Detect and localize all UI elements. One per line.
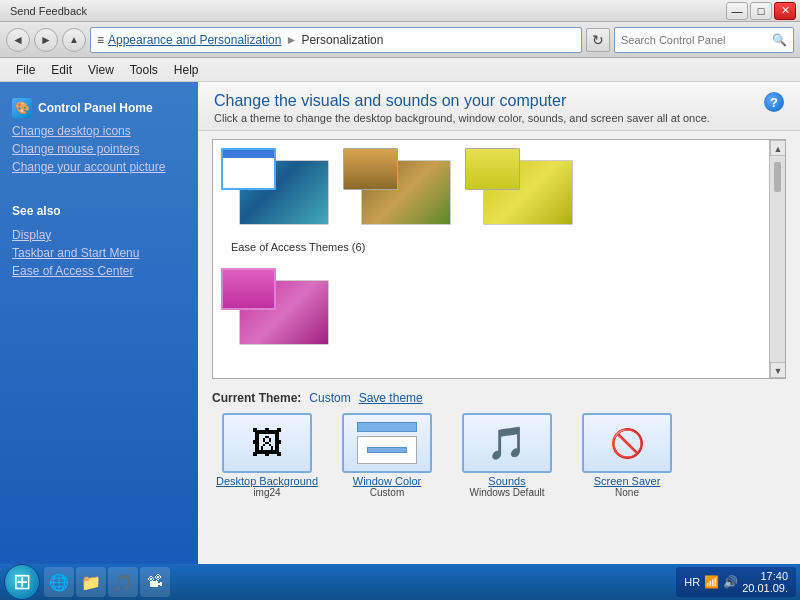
themes-scrollbar[interactable]: ▲ ▼: [769, 140, 785, 378]
scroll-down-arrow[interactable]: ▼: [770, 362, 786, 378]
ease-of-access-label: Ease of Access Themes (6): [221, 240, 767, 256]
taskbar-volume-icon: 🔊: [723, 575, 738, 589]
taskbar-items: 🌐 📁 🎵 📽: [44, 567, 676, 597]
sounds-icon: 🎵: [487, 424, 527, 462]
screen-saver-item[interactable]: 🚫 Screen Saver None: [572, 413, 682, 498]
menu-edit[interactable]: Edit: [43, 61, 80, 79]
theme-preview-landscape: [343, 148, 453, 228]
screen-saver-label: Screen Saver: [594, 475, 661, 487]
theme-bg-4a: [221, 268, 276, 310]
taskbar-time: 17:40: [742, 570, 788, 582]
content-header: ? Change the visuals and sounds on your …: [198, 82, 800, 131]
taskbar-network-icon: 📶: [704, 575, 719, 589]
control-panel-icon: 🎨: [12, 98, 32, 118]
up-button[interactable]: ▲: [62, 28, 86, 52]
sidebar-link-account-picture[interactable]: Change your account picture: [0, 158, 198, 176]
taskbar: ⊞ 🌐 📁 🎵 📽 HR 📶 🔊 17:40 20.01.09.: [0, 564, 800, 600]
minimize-button[interactable]: —: [726, 2, 748, 20]
see-also-label: See also: [0, 196, 198, 226]
sidebar-home[interactable]: 🎨 Control Panel Home: [0, 92, 198, 122]
sidebar-sub-ease[interactable]: Ease of Access Center: [0, 262, 198, 280]
title-bar-feedback: Send Feedback: [4, 5, 724, 17]
forward-button[interactable]: ►: [34, 28, 58, 52]
address-bar: ◄ ► ▲ ≡ Appearance and Personalization ►…: [0, 22, 800, 58]
theme-item-yellow[interactable]: [465, 148, 575, 228]
current-theme-name: Custom: [309, 391, 350, 405]
taskbar-clock[interactable]: 17:40 20.01.09.: [742, 570, 788, 594]
save-theme-link[interactable]: Save theme: [359, 391, 423, 405]
window-color-icon-box: [342, 413, 432, 473]
search-icon: 🔍: [772, 33, 787, 47]
theme-bg-1a: [221, 148, 276, 190]
close-button[interactable]: ✕: [774, 2, 796, 20]
page-subtitle: Click a theme to change the desktop back…: [214, 112, 784, 124]
start-button[interactable]: ⊞: [4, 564, 40, 600]
theme-bg-3a: [465, 148, 520, 190]
screen-saver-icon: 🚫: [610, 427, 645, 460]
sidebar-link-desktop-icons[interactable]: Change desktop icons: [0, 122, 198, 140]
window-color-sub: Custom: [370, 487, 404, 498]
scroll-thumb-area: [770, 156, 785, 362]
sidebar-home-label: Control Panel Home: [38, 101, 153, 115]
desktop-background-icon-box: 🖼: [222, 413, 312, 473]
theme-preview-windows: [221, 148, 331, 228]
sounds-icon-box: 🎵: [462, 413, 552, 473]
sounds-sub: Windows Default: [469, 487, 544, 498]
menu-tools[interactable]: Tools: [122, 61, 166, 79]
back-button[interactable]: ◄: [6, 28, 30, 52]
sounds-label: Sounds: [488, 475, 525, 487]
page-title: Change the visuals and sounds on your co…: [214, 92, 784, 110]
themes-scroll-area: Ease of Access Themes (6) ▲ ▼: [212, 139, 786, 379]
title-bar: Send Feedback — □ ✕: [0, 0, 800, 22]
theme-item-landscape[interactable]: [343, 148, 453, 228]
taskbar-icon-folder[interactable]: 📁: [76, 567, 106, 597]
theme-item-floral[interactable]: [221, 268, 331, 348]
breadcrumb-path1[interactable]: Appearance and Personalization: [108, 33, 281, 47]
help-icon[interactable]: ?: [764, 92, 784, 112]
window-color-item[interactable]: Window Color Custom: [332, 413, 442, 498]
taskbar-icon-movie[interactable]: 📽: [140, 567, 170, 597]
desktop-background-sub: img24: [253, 487, 280, 498]
current-theme-bar: Current Theme: Custom Save theme: [198, 387, 800, 409]
theme-bg-2a: [343, 148, 398, 190]
menu-bar: File Edit View Tools Help: [0, 58, 800, 82]
menu-help[interactable]: Help: [166, 61, 207, 79]
breadcrumb-path2: Personalization: [301, 33, 383, 47]
menu-view[interactable]: View: [80, 61, 122, 79]
sidebar-link-mouse-pointers[interactable]: Change mouse pointers: [0, 140, 198, 158]
theme-item-windows[interactable]: [221, 148, 331, 228]
taskbar-icon-media[interactable]: 🎵: [108, 567, 138, 597]
taskbar-lang: HR: [684, 576, 700, 588]
main-area: 🎨 Control Panel Home Change desktop icon…: [0, 82, 800, 564]
window-color-bar: [357, 422, 417, 432]
breadcrumb: ≡ Appearance and Personalization ► Perso…: [90, 27, 582, 53]
taskbar-date: 20.01.09.: [742, 582, 788, 594]
theme-preview-yellow: [465, 148, 575, 228]
taskbar-icon-ie[interactable]: 🌐: [44, 567, 74, 597]
screen-saver-icon-box: 🚫: [582, 413, 672, 473]
breadcrumb-arrow1: ►: [285, 33, 297, 47]
sidebar-sub-taskbar[interactable]: Taskbar and Start Menu: [0, 244, 198, 262]
bottom-icons: 🖼 Desktop Background img24 Window Color …: [198, 409, 800, 502]
desktop-background-item[interactable]: 🖼 Desktop Background img24: [212, 413, 322, 498]
content-panel: ? Change the visuals and sounds on your …: [198, 82, 800, 564]
menu-file[interactable]: File: [8, 61, 43, 79]
sounds-item[interactable]: 🎵 Sounds Windows Default: [452, 413, 562, 498]
sidebar: 🎨 Control Panel Home Change desktop icon…: [0, 82, 198, 564]
current-theme-label: Current Theme:: [212, 391, 301, 405]
sidebar-sub-display[interactable]: Display: [0, 226, 198, 244]
screen-saver-sub: None: [615, 487, 639, 498]
maximize-button[interactable]: □: [750, 2, 772, 20]
taskbar-right: HR 📶 🔊 17:40 20.01.09.: [676, 567, 796, 597]
refresh-button[interactable]: ↻: [586, 28, 610, 52]
search-input[interactable]: [621, 34, 772, 46]
search-box: 🔍: [614, 27, 794, 53]
desktop-background-label: Desktop Background: [216, 475, 318, 487]
scroll-up-arrow[interactable]: ▲: [770, 140, 786, 156]
themes-grid: Ease of Access Themes (6): [213, 140, 785, 356]
breadcrumb-icon: ≡: [97, 33, 104, 47]
scroll-thumb[interactable]: [774, 162, 781, 192]
theme-preview-floral: [221, 268, 331, 348]
desktop-background-icon: 🖼: [251, 425, 283, 462]
window-color-area: [357, 436, 417, 464]
